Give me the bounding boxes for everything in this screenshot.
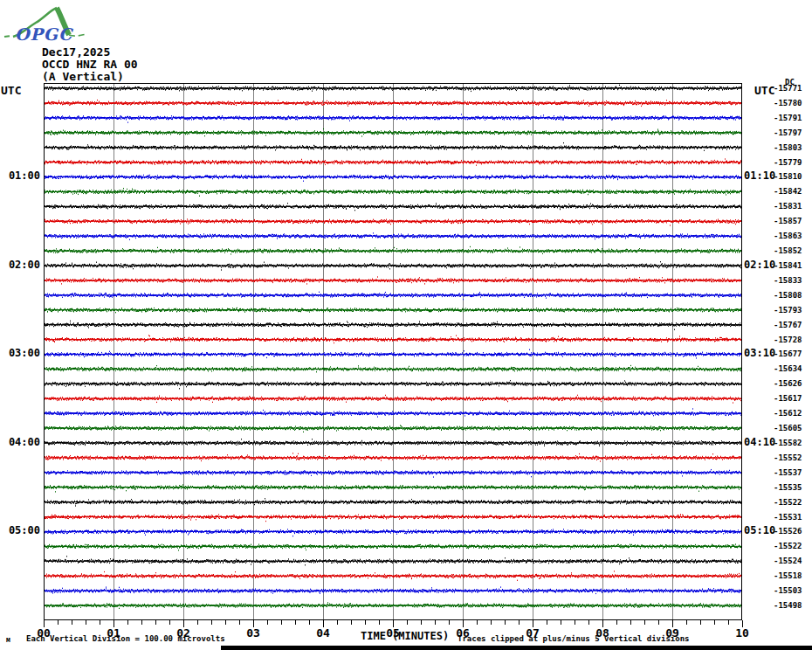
station-label: OCCD HNZ RA 00	[42, 59, 138, 71]
dc-value: -15780	[774, 99, 802, 107]
dc-value: -15808	[774, 291, 802, 300]
x-minor-tick	[309, 620, 310, 625]
x-minor-tick	[141, 620, 142, 625]
date-label: Dec17,2025	[42, 46, 138, 59]
x-minor-tick	[379, 620, 380, 625]
dc-value: -15810	[774, 172, 802, 181]
x-minor-tick	[239, 620, 240, 625]
dc-value: -15537	[774, 468, 802, 477]
logo-mountain-icon: OPGC	[3, 2, 106, 45]
x-minor-tick	[197, 620, 198, 625]
x-axis-title: TIME (MINUTES)	[361, 630, 449, 642]
logo-text: OPGC	[15, 24, 74, 44]
dc-value: -15791	[774, 114, 802, 122]
dc-value: -15779	[774, 158, 802, 167]
dc-value: -15522	[774, 542, 802, 550]
x-minor-tick	[211, 620, 212, 625]
dc-value: -15771	[774, 84, 802, 93]
dc-value: -15522	[774, 498, 802, 507]
x-minor-tick	[435, 620, 436, 625]
x-minor-tick	[225, 620, 226, 625]
x-minor-tick	[72, 620, 72, 625]
dc-value: -15677	[774, 349, 802, 358]
x-minor-tick	[519, 620, 520, 625]
x-minor-tick	[337, 620, 338, 625]
dc-value: -15526	[774, 527, 802, 536]
x-minor-tick	[100, 620, 100, 625]
dc-value: -15498	[774, 601, 802, 610]
x-minor-tick	[700, 620, 701, 625]
dc-value: -15841	[774, 261, 802, 270]
hour-label: 02:00	[0, 259, 40, 271]
dc-value: -15612	[774, 409, 802, 418]
dc-value: -15582	[774, 439, 802, 447]
bottom-window-bar	[221, 646, 812, 650]
x-minor-tick	[686, 620, 687, 625]
x-minor-tick	[267, 620, 268, 625]
dc-value: -15767	[774, 321, 802, 329]
x-minor-tick	[644, 620, 645, 625]
x-minor-tick	[588, 620, 589, 625]
x-minor-tick	[547, 620, 547, 625]
x-minor-tick	[365, 620, 366, 625]
dc-value: -15793	[774, 306, 802, 315]
x-minor-tick	[86, 620, 86, 625]
utc-header-left: UTC	[1, 84, 21, 97]
seismogram-canvas	[44, 83, 742, 620]
x-minor-tick	[169, 620, 170, 625]
x-minor-tick	[616, 620, 617, 625]
x-minor-tick	[407, 620, 408, 625]
x-tick-label: 04	[309, 626, 337, 640]
dc-value: -15857	[774, 217, 802, 225]
dc-value: -15503	[774, 586, 802, 595]
dc-value: -15535	[774, 483, 802, 492]
x-minor-tick	[714, 620, 715, 625]
title-block: Dec17,2025 OCCD HNZ RA 00 (A Vertical)	[42, 46, 138, 83]
x-minor-tick	[477, 620, 478, 625]
hour-label: 03:00	[0, 347, 40, 359]
component-label: (A Vertical)	[42, 71, 138, 83]
x-minor-tick	[561, 620, 561, 625]
scale-note: Each Vertical Division = 100.00 microvol…	[26, 634, 225, 643]
x-minor-tick	[155, 620, 156, 625]
dc-value: -15617	[774, 394, 802, 403]
dc-value: -15831	[774, 202, 802, 211]
x-minor-tick	[630, 620, 631, 625]
dc-value: -15803	[774, 143, 802, 152]
hour-label: 05:00	[0, 524, 40, 536]
dc-value: -15852	[774, 246, 802, 255]
x-minor-tick	[449, 620, 450, 625]
helicorder-page: { "header": { "logo_text": "OPGC", "date…	[0, 0, 812, 650]
x-minor-tick	[295, 620, 296, 625]
x-minor-tick	[658, 620, 659, 625]
opgc-logo: OPGC	[3, 2, 106, 49]
x-minor-tick	[351, 620, 352, 625]
dc-value: -15626	[774, 379, 802, 388]
x-tick-label: 03	[239, 626, 267, 640]
corner-glyph: м	[6, 636, 10, 644]
seismogram-plot	[44, 83, 742, 624]
dc-value: -15605	[774, 424, 802, 432]
dc-value: -15842	[774, 187, 802, 196]
hour-label: 04:00	[0, 436, 40, 448]
x-minor-tick	[491, 620, 492, 625]
x-minor-tick	[58, 620, 58, 625]
dc-value: -15524	[774, 557, 802, 565]
x-minor-tick	[127, 620, 128, 625]
dc-value: -15634	[774, 364, 802, 373]
dc-value: -15531	[774, 513, 802, 522]
x-minor-tick	[505, 620, 506, 625]
dc-value: -15833	[774, 276, 802, 285]
utc-header-right: UTC	[754, 84, 774, 97]
dc-value: -15797	[774, 128, 802, 137]
x-minor-tick	[575, 620, 575, 625]
x-minor-tick	[421, 620, 422, 625]
x-minor-tick	[281, 620, 282, 625]
clip-note: Traces clipped at plus/minus 5 vertical …	[458, 634, 690, 643]
dc-value: -15728	[774, 335, 802, 344]
x-minor-tick	[728, 620, 729, 625]
dc-value: -15518	[774, 571, 802, 580]
hour-label: 01:00	[0, 169, 40, 182]
dc-value: -15863	[774, 232, 802, 240]
dc-value: -15552	[774, 453, 802, 462]
